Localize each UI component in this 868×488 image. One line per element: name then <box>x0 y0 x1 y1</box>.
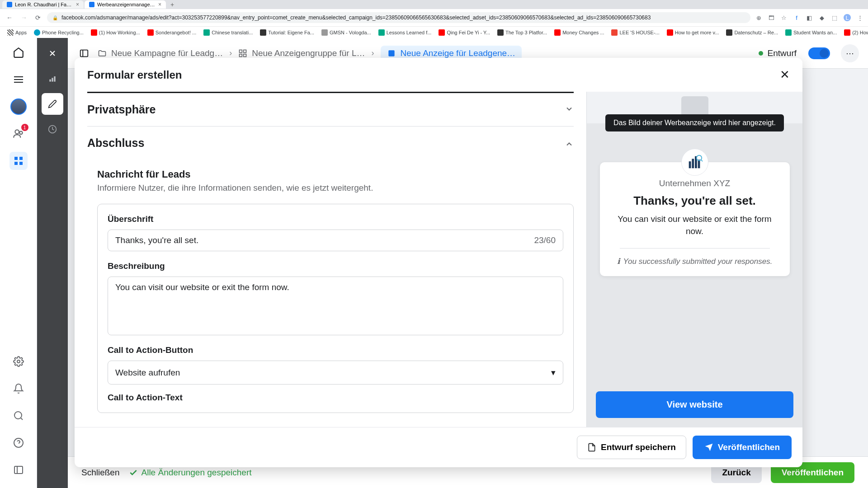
edit-icon[interactable] <box>42 93 63 115</box>
profile-icon[interactable]: L <box>844 14 851 21</box>
section-completion[interactable]: Abschluss <box>87 127 574 160</box>
ext-icon[interactable]: ⬚ <box>831 14 838 21</box>
facebook-ext-icon[interactable]: f <box>793 14 800 21</box>
history-icon[interactable] <box>42 118 63 140</box>
headline-input[interactable] <box>115 235 534 245</box>
bookmark-item[interactable]: Lessons Learned f... <box>376 28 434 37</box>
saved-label: Alle Änderungen gespeichert <box>142 468 252 478</box>
translate-icon[interactable]: 🗔 <box>768 14 775 21</box>
toggle-switch[interactable] <box>808 47 830 59</box>
star-icon[interactable]: ☆ <box>780 14 788 21</box>
preview-brand-icon <box>681 149 708 176</box>
status-label: Entwurf <box>768 48 797 58</box>
browser-tab[interactable]: Leon R. Chaudhari | Facebook × <box>2 0 84 9</box>
bookmark-item[interactable]: Sonderangebot! ... <box>145 28 199 37</box>
svg-rect-2 <box>14 157 18 160</box>
ext-icon[interactable]: ◆ <box>818 14 826 21</box>
bookmark-item[interactable]: Phone Recycling... <box>31 28 86 37</box>
avatar-icon[interactable] <box>9 98 28 116</box>
save-draft-button[interactable]: Entwurf speichern <box>577 436 686 459</box>
save-draft-label: Entwurf speichern <box>601 442 676 452</box>
bookmark-item[interactable]: Qing Fei De Yi - Y... <box>436 28 493 37</box>
modal-body: Privatsphäre Abschluss Nachricht für Lea… <box>75 92 802 427</box>
bookmark-item[interactable]: (2) How To Add A... <box>841 28 868 37</box>
bookmark-item[interactable]: Datenschutz – Re... <box>723 28 781 37</box>
preview-description: You can visit our website or exit the fo… <box>611 213 779 237</box>
url-field[interactable]: 🔒 facebook.com/adsmanager/manage/ads/edi… <box>47 12 750 23</box>
close-icon[interactable]: ✕ <box>780 68 790 82</box>
bookmark-item[interactable]: GMSN - Vologda... <box>319 28 374 37</box>
svg-point-1 <box>19 131 22 135</box>
svg-point-6 <box>17 360 20 363</box>
status-dot-icon <box>759 51 763 56</box>
close-icon[interactable]: × <box>158 1 161 8</box>
send-icon <box>704 443 713 452</box>
badge-count: 1 <box>21 124 28 131</box>
audiences-icon[interactable]: 1 <box>9 125 28 143</box>
tab-title: Werbeanzeigenmanager - We... <box>97 2 156 7</box>
menu-icon[interactable] <box>9 70 28 89</box>
more-icon[interactable]: ⋯ <box>841 44 859 62</box>
tool-rail <box>37 38 68 488</box>
bookmark-item[interactable]: LEE 'S HOUSE-... <box>609 28 662 37</box>
bookmark-item[interactable]: Chinese translati... <box>201 28 255 37</box>
apps-button[interactable]: Apps <box>5 28 29 37</box>
svg-rect-17 <box>240 54 242 56</box>
publish-form-button[interactable]: Veröffentlichen <box>693 436 792 459</box>
svg-point-0 <box>15 130 19 134</box>
preview-panel: Das Bild deiner Werbeanzeige wird hier a… <box>586 92 802 427</box>
svg-rect-12 <box>54 76 55 82</box>
notifications-icon[interactable] <box>9 380 28 398</box>
description-textarea[interactable] <box>115 282 556 328</box>
breadcrumb-label: Neue Kampagne für Leadg… <box>111 48 223 58</box>
ads-manager-icon[interactable] <box>9 152 28 170</box>
search-icon[interactable] <box>9 407 28 425</box>
svg-rect-23 <box>698 160 700 168</box>
settings-icon[interactable] <box>9 352 28 371</box>
forward-icon[interactable]: → <box>19 14 29 21</box>
chart-icon[interactable] <box>42 68 63 89</box>
close-button[interactable]: Schließen <box>81 468 120 478</box>
select-value: Website aufrufen <box>115 368 180 378</box>
description-label: Beschreibung <box>108 261 563 271</box>
bookmark-item[interactable]: How to get more v... <box>664 28 722 37</box>
svg-point-7 <box>14 412 22 419</box>
close-icon[interactable]: × <box>76 1 79 8</box>
svg-rect-3 <box>19 157 23 160</box>
bookmark-item[interactable]: (1) How Working... <box>88 28 143 37</box>
menu-icon[interactable]: ⋮ <box>856 14 863 21</box>
home-icon[interactable] <box>9 43 28 61</box>
bookmark-item[interactable]: Student Wants an... <box>783 28 840 37</box>
reload-icon[interactable]: ⟳ <box>33 14 42 21</box>
help-icon[interactable] <box>9 434 28 452</box>
left-rail: 1 <box>0 38 37 488</box>
breadcrumb-campaign[interactable]: Neue Kampagne für Leadg… <box>98 48 223 58</box>
section-privacy[interactable]: Privatsphäre <box>87 93 574 127</box>
back-icon[interactable]: ← <box>5 14 14 21</box>
document-icon <box>587 443 596 452</box>
chevron-up-icon <box>565 138 574 149</box>
bookmark-item[interactable]: Money Changes ... <box>552 28 607 37</box>
bookmark-item[interactable]: The Top 3 Platfor... <box>495 28 550 37</box>
close-editor-icon[interactable] <box>42 42 63 64</box>
image-placeholder: Das Bild deiner Werbeanzeige wird hier a… <box>587 92 802 123</box>
ext-icon[interactable]: ◧ <box>806 14 813 21</box>
preview-success-row: ℹ You successfully submitted your respon… <box>611 257 779 266</box>
zoom-icon[interactable]: ⊕ <box>755 14 762 21</box>
completion-subtitle: Nachricht für Leads <box>97 169 574 180</box>
collapse-icon[interactable] <box>9 461 28 479</box>
completion-subdesc: Informiere Nutzer, die ihre Informatione… <box>97 183 574 193</box>
new-tab-button[interactable]: + <box>167 1 178 8</box>
browser-tab-active[interactable]: Werbeanzeigenmanager - We... × <box>85 0 166 9</box>
preview-cta-button[interactable]: View website <box>596 391 793 418</box>
bookmark-bar: Apps Phone Recycling... (1) How Working.… <box>0 26 868 38</box>
bookmark-item[interactable]: Tutorial: Eigene Fa... <box>257 28 317 37</box>
saved-status: Alle Änderungen gespeichert <box>129 468 252 478</box>
breadcrumb-adset[interactable]: Neue Anzeigengruppe für L… <box>238 48 365 58</box>
svg-rect-10 <box>49 80 51 82</box>
chevron-right-icon: › <box>372 48 374 58</box>
cta-button-select[interactable]: Website aufrufen ▾ <box>108 361 563 385</box>
svg-rect-18 <box>244 54 246 56</box>
cta-button-label: Call to Action-Button <box>108 345 563 355</box>
svg-rect-5 <box>19 162 23 165</box>
